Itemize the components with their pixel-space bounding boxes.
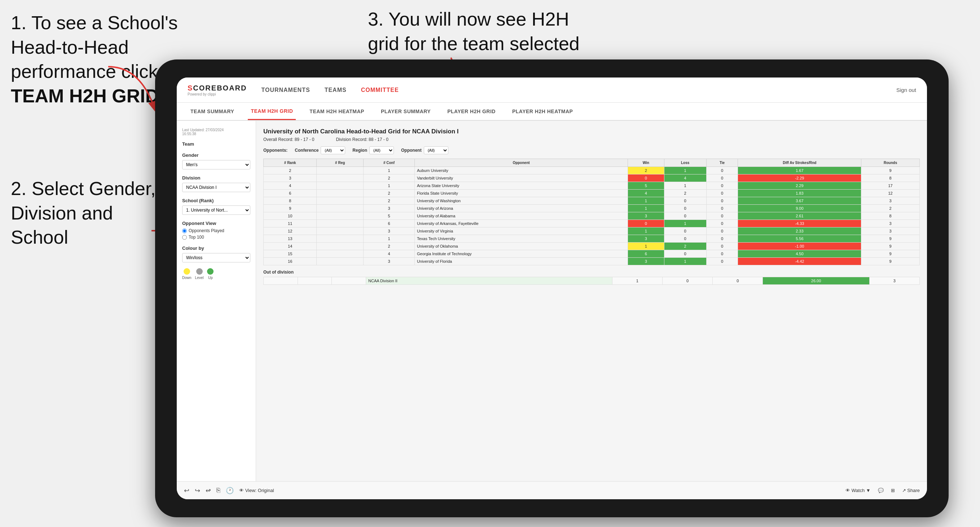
redo-btn[interactable]: ↪ <box>195 487 200 495</box>
grid-content: University of North Carolina Head-to-Hea… <box>256 121 927 481</box>
radio-opponents-played[interactable]: Opponents Played <box>182 228 250 233</box>
view-label: 👁 View: Original <box>239 488 274 493</box>
table-row: 13 1 Texas Tech University 3 0 0 5.56 9 <box>264 235 920 243</box>
gender-select[interactable]: Men's <box>182 160 250 170</box>
table-row: 3 2 Vanderbilt University 0 4 0 -2.29 8 <box>264 175 920 182</box>
grid-title: University of North Carolina Head-to-Hea… <box>263 128 920 135</box>
conference-filter[interactable]: (All) <box>321 146 345 154</box>
subnav-player-summary[interactable]: PLAYER SUMMARY <box>378 103 434 120</box>
instruction-step2: 2. Select Gender, Division and School <box>11 177 156 250</box>
subnav-player-h2h-grid[interactable]: PLAYER H2H GRID <box>444 103 498 120</box>
h2h-table: # Rank # Reg # Conf Opponent Win Loss Ti… <box>263 159 920 265</box>
share-btn[interactable]: ↗ Share <box>902 488 920 493</box>
back-btn[interactable]: ↫ <box>205 487 211 495</box>
grid-records: Overall Record: 89 - 17 - 0 Division Rec… <box>263 137 920 142</box>
app-nav: SCOREBOARD Powered by clippi TOURNAMENTS… <box>177 78 927 103</box>
watch-btn[interactable]: 👁 Watch ▼ <box>845 488 870 493</box>
legend-up-dot <box>207 268 213 275</box>
sidebar-opponent-view: Opponent View Opponents Played Top 100 <box>182 221 250 240</box>
col-loss: Loss <box>664 159 706 167</box>
main-content: Last Updated: 27/03/2024 16:55:38 Team G… <box>177 121 927 481</box>
arrow-step1 <box>97 63 162 121</box>
table-row: 15 4 Georgia Institute of Technology 6 0… <box>264 250 920 258</box>
colour-select[interactable]: Win/loss <box>182 253 250 262</box>
legend-down-dot <box>184 268 190 275</box>
table-row: 8 2 University of Washington 1 0 0 3.67 … <box>264 197 920 205</box>
col-diff: Diff Av Strokes/Rnd <box>738 159 861 167</box>
opponent-filter[interactable]: (All) <box>424 146 448 154</box>
sidebar-team-section: Team <box>182 141 250 147</box>
subnav-team-h2h-heatmap[interactable]: TEAM H2H HEATMAP <box>307 103 367 120</box>
col-rounds: Rounds <box>861 159 920 167</box>
sub-nav: TEAM SUMMARY TEAM H2H GRID TEAM H2H HEAT… <box>177 103 927 121</box>
sidebar-gender-section: Gender Men's <box>182 152 250 170</box>
grid-btn[interactable]: ⊞ <box>891 488 895 493</box>
clock-btn[interactable]: 🕐 <box>226 487 234 495</box>
sidebar-school-section: School (Rank) 1. University of Nort... <box>182 198 250 215</box>
col-win: Win <box>628 159 664 167</box>
tablet: SCOREBOARD Powered by clippi TOURNAMENTS… <box>155 59 949 517</box>
undo-btn[interactable]: ↩ <box>184 487 189 495</box>
radio-top100[interactable]: Top 100 <box>182 235 250 240</box>
comment-btn[interactable]: 💬 <box>878 488 884 493</box>
nav-items: TOURNAMENTS TEAMS COMMITTEE <box>261 87 896 94</box>
subnav-team-summary[interactable]: TEAM SUMMARY <box>188 103 237 120</box>
tablet-screen: SCOREBOARD Powered by clippi TOURNAMENTS… <box>177 78 927 499</box>
out-of-division-label: Out of division <box>263 270 920 275</box>
division-select[interactable]: NCAA Division I <box>182 183 250 192</box>
table-row: 10 5 University of Alabama 3 0 0 2.61 8 <box>264 212 920 220</box>
col-conf: # Conf <box>363 159 414 167</box>
subnav-team-h2h-grid[interactable]: TEAM H2H GRID <box>248 103 296 120</box>
grid-header: University of North Carolina Head-to-Hea… <box>263 128 920 142</box>
color-legend: Down Level Up <box>182 268 250 280</box>
table-row: 2 1 Auburn University 2 1 0 1.67 9 <box>264 167 920 175</box>
nav-committee[interactable]: COMMITTEE <box>361 87 399 94</box>
table-row: 12 3 University of Virginia 1 0 0 2.33 3 <box>264 227 920 235</box>
table-row: 4 1 Arizona State University 5 1 0 2.29 … <box>264 182 920 190</box>
filter-row: Opponents: Conference (All) Region (All) <box>263 146 920 154</box>
nav-tournaments[interactable]: TOURNAMENTS <box>261 87 310 94</box>
table-row: 16 3 University of Florida 3 1 0 -4.42 9 <box>264 258 920 265</box>
table-row: 11 6 University of Arkansas, Fayettevill… <box>264 220 920 227</box>
col-opponent: Opponent <box>414 159 628 167</box>
instruction-step3: 3. You will now see H2H grid for the tea… <box>368 7 584 56</box>
copy-btn[interactable]: ⎘ <box>216 487 220 494</box>
table-row: 6 2 Florida State University 4 2 0 1.83 … <box>264 190 920 197</box>
table-row: 14 2 University of Oklahoma 1 2 0 -1.00 … <box>264 243 920 250</box>
region-filter[interactable]: (All) <box>369 146 394 154</box>
sidebar: Last Updated: 27/03/2024 16:55:38 Team G… <box>177 121 256 481</box>
nav-teams[interactable]: TEAMS <box>325 87 347 94</box>
out-of-division-row: NCAA Division II 1 0 0 26.00 3 <box>264 277 920 285</box>
subnav-player-h2h-heatmap[interactable]: PLAYER H2H HEATMAP <box>509 103 576 120</box>
school-select[interactable]: 1. University of Nort... <box>182 205 250 215</box>
sign-out[interactable]: Sign out <box>896 87 916 93</box>
app-logo: SCOREBOARD Powered by clippi <box>188 84 247 96</box>
sidebar-division-section: Division NCAA Division I <box>182 175 250 192</box>
bottom-toolbar: ↩ ↪ ↫ ⎘ 🕐 👁 View: Original 👁 Watch ▼ 💬 ⊞… <box>177 481 927 499</box>
col-tie: Tie <box>706 159 738 167</box>
col-reg: # Reg <box>317 159 364 167</box>
table-row: 9 3 University of Arizona 1 0 0 9.00 2 <box>264 205 920 212</box>
out-of-division-table: NCAA Division II 1 0 0 26.00 3 <box>263 277 920 285</box>
col-rank: # Rank <box>264 159 317 167</box>
legend-level-dot <box>196 268 203 275</box>
sidebar-colour-section: Colour by Win/loss <box>182 246 250 262</box>
